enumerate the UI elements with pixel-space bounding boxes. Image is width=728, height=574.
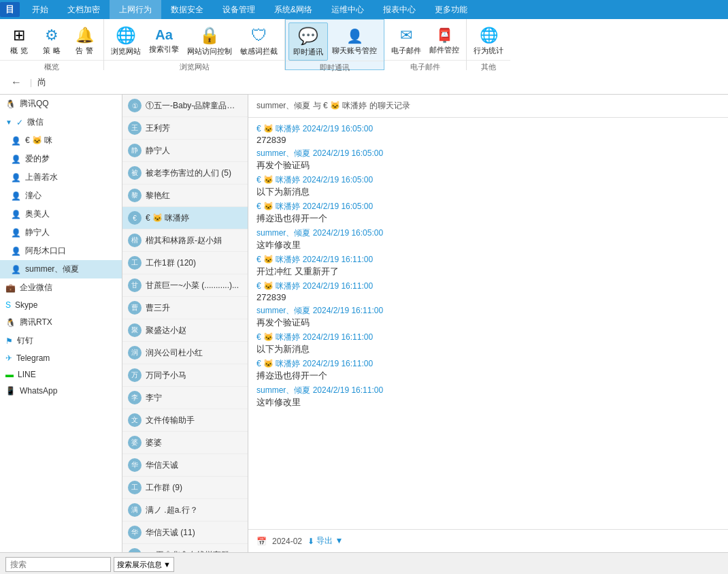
overview-label: 概 览 <box>10 46 27 56</box>
contact-item[interactable]: 王 王利芳 <box>122 117 248 140</box>
menu-ops-center[interactable]: 运维中心 <box>322 0 374 19</box>
contact-item[interactable]: 华 华信天诚 <box>122 454 248 477</box>
contact-name: 满ノ .超a.行？ <box>146 505 198 516</box>
browser-site-button[interactable]: 🌐 浏览网站 <box>107 22 145 60</box>
contact-name: 文件传输助手 <box>146 415 195 426</box>
chat-manage-button[interactable]: 👤 聊天账号管控 <box>328 22 381 61</box>
menu-device-manage[interactable]: 设备管理 <box>213 0 265 19</box>
search-engine-label: 搜索引擎 <box>149 44 179 54</box>
menu-start[interactable]: 开始 <box>22 0 58 19</box>
contact-item[interactable]: 婆 婆婆 <box>122 432 248 454</box>
contact-item[interactable]: 工 工作1群 (120) <box>122 252 248 274</box>
im-section-label: 即时通讯 <box>286 61 384 75</box>
chat-manage-label: 聊天账号管控 <box>332 46 377 56</box>
contact-item[interactable]: 楷 楷其和林路原-赵小娟 <box>122 229 248 252</box>
sidebar-item-beauty[interactable]: 👤 奥美人 <box>0 205 122 223</box>
search-option-label: 搜索展示信息 <box>117 560 162 570</box>
contact-name: 被老李伤害过的人们 (5) <box>146 168 231 179</box>
back-button[interactable]: ← <box>8 74 24 91</box>
amg-label: 阿彤木口口 <box>25 245 66 257</box>
sidebar-item-line[interactable]: ▬ LINE <box>0 366 122 383</box>
contact-avatar: 曹 <box>128 301 142 315</box>
contact-item[interactable]: 万 万同予小马 <box>122 364 248 387</box>
wechat-icon: ✓ <box>16 118 23 127</box>
contact-name: 曹三升 <box>146 302 170 314</box>
strategy-button[interactable]: ⚙ 策 略 <box>35 22 68 60</box>
contact-item[interactable]: 工 工作群 (9) <box>122 477 248 499</box>
whatsapp-icon: 📱 <box>5 386 16 396</box>
contact-name: 🚗平◇华鑫在线拼车群群 (... <box>146 549 242 553</box>
alert-button[interactable]: 🔔 告 警 <box>68 22 101 60</box>
other-buttons: 🌐 行为统计 <box>467 19 510 60</box>
contact-item[interactable]: 甘 甘蔗巨一~小菜 (...........)... <box>122 274 248 297</box>
sidebar-item-qq[interactable]: 🐧 腾讯QQ <box>0 95 122 113</box>
contact-item[interactable]: 润 润兴公司杜小红 <box>122 342 248 364</box>
menu-report[interactable]: 报表中心 <box>374 0 425 19</box>
search-option-dropdown[interactable]: 搜索展示信息 ▼ <box>114 557 174 572</box>
im-buttons: 💬 即时通讯 👤 聊天账号管控 <box>286 20 384 61</box>
chat-sender: € 🐱 咪潘婷 2024/2/19 16:11:00 <box>257 358 720 370</box>
sensitive-filter-button[interactable]: 🛡 敏感词拦截 <box>236 22 282 60</box>
chat-content: € 🐱 咪潘婷 2024/2/19 16:05:00 272839 summer… <box>248 118 728 529</box>
contact-item[interactable]: 聚 聚盛达小赵 <box>122 319 248 342</box>
menu-data-security[interactable]: 数据安全 <box>161 0 213 19</box>
search-engine-icon: Aa <box>155 27 173 43</box>
sidebar-item-tong[interactable]: 👤 潼心 <box>0 187 122 205</box>
menu-more[interactable]: 更多功能 <box>425 0 477 19</box>
chat-sender: summer、倾夏 2024/2/19 16:05:00 <box>257 148 720 159</box>
chat-entry: € 🐱 咪潘婷 2024/2/19 16:05:00 搏迩迅也得开一个 <box>257 201 720 225</box>
search-engine-button[interactable]: Aa 搜索引擎 <box>145 22 183 60</box>
overview-button[interactable]: ⊞ 概 览 <box>3 22 35 60</box>
contact-item[interactable]: 满 满ノ .超a.行？ <box>122 499 248 522</box>
browser-buttons: 🌐 浏览网站 Aa 搜索引擎 🔒 网站访问控制 🛡 敏感词拦截 <box>104 19 284 60</box>
contact-item[interactable]: 李 李宁 <box>122 387 248 409</box>
overview-buttons: ⊞ 概 览 ⚙ 策 略 🔔 告 警 <box>0 19 103 60</box>
contact-name: 静宁人 <box>146 145 170 157</box>
toolbar-section-im: 💬 即时通讯 👤 聊天账号管控 即时通讯 <box>285 19 384 70</box>
app-logo[interactable]: 目 <box>0 2 20 17</box>
sidebar-item-amg[interactable]: 👤 阿彤木口口 <box>0 242 122 260</box>
sidebar-item-wechat[interactable]: ▼ ✓ 微信 <box>0 113 122 131</box>
contact-name: 润兴公司杜小红 <box>146 347 203 359</box>
contact-item-selected[interactable]: € € 🐱 咪潘婷 <box>122 207 248 229</box>
site-control-button[interactable]: 🔒 网站访问控制 <box>183 22 236 60</box>
sidebar-item-dingding[interactable]: ⚑ 钉钉 <box>0 332 122 350</box>
sidebar-item-咪[interactable]: 👤 € 🐱 咪 <box>0 131 122 150</box>
email-buttons: ✉ 电子邮件 📮 邮件管控 <box>384 19 466 60</box>
sidebar-item-telegram[interactable]: ✈ Telegram <box>0 350 122 366</box>
behavior-stat-button[interactable]: 🌐 行为统计 <box>469 22 508 60</box>
sidebar-item-summer[interactable]: 👤 summer、倾夏 <box>0 260 122 278</box>
contact-item[interactable]: 静 静宁人 <box>122 140 248 162</box>
export-button[interactable]: ⬇ 导出 ▼ <box>308 535 343 547</box>
email-button[interactable]: ✉ 电子邮件 <box>387 22 425 60</box>
user-icon: 👤 <box>11 228 21 238</box>
contact-item[interactable]: 🚗 🚗平◇华鑫在线拼车群群 (... <box>122 544 248 552</box>
chat-footer: 📅 2024-02 ⬇ 导出 ▼ <box>248 529 728 552</box>
user-icon: 👤 <box>11 155 21 164</box>
contact-item[interactable]: 黎 黎艳红 <box>122 185 248 207</box>
menu-sys-network[interactable]: 系统&网络 <box>265 0 322 19</box>
sidebar-item-skype[interactable]: S Skype <box>0 297 122 313</box>
menu-web-behavior[interactable]: 上网行为 <box>110 0 161 19</box>
sidebar-item-jing[interactable]: 👤 静宁人 <box>0 223 122 242</box>
contact-item[interactable]: 文 文件传输助手 <box>122 409 248 432</box>
contact-item[interactable]: ① ①五一-Baby-品牌童品集合... <box>122 95 248 117</box>
sidebar-item-dream[interactable]: 👤 爱的梦 <box>0 150 122 168</box>
search-input[interactable] <box>5 557 111 572</box>
wechat-label: 微信 <box>27 116 44 128</box>
biz-wechat-label: 企业微信 <box>20 282 52 293</box>
sidebar-item-whatsapp[interactable]: 📱 WhatsApp <box>0 383 122 399</box>
chat-entry: summer、倾夏 2024/2/19 16:11:00 这咋修改里 <box>257 385 720 409</box>
contact-item[interactable]: 曹 曹三升 <box>122 297 248 319</box>
sidebar-item-rtx[interactable]: 🐧 腾讯RTX <box>0 313 122 332</box>
toolbar: ⊞ 概 览 ⚙ 策 略 🔔 告 警 概览 🌐 浏览网站 Aa 搜索引擎 <box>0 19 728 70</box>
im-notify-button[interactable]: 💬 即时通讯 <box>288 22 328 61</box>
menu-doc-encrypt[interactable]: 文档加密 <box>58 0 110 19</box>
mail-manage-button[interactable]: 📮 邮件管控 <box>425 22 463 60</box>
chat-entry: € 🐱 咪潘婷 2024/2/19 16:11:00 搏迩迅也得开一个 <box>257 358 720 382</box>
chat-entry: € 🐱 咪潘婷 2024/2/19 16:11:00 开过冲红 又重新开了 <box>257 254 720 278</box>
contact-item[interactable]: 被 被老李伤害过的人们 (5) <box>122 162 248 185</box>
contact-item[interactable]: 华 华信天诚 (11) <box>122 522 248 544</box>
sidebar-item-water[interactable]: 👤 上善若水 <box>0 168 122 187</box>
sidebar-item-biz-wechat[interactable]: 💼 企业微信 <box>0 278 122 297</box>
